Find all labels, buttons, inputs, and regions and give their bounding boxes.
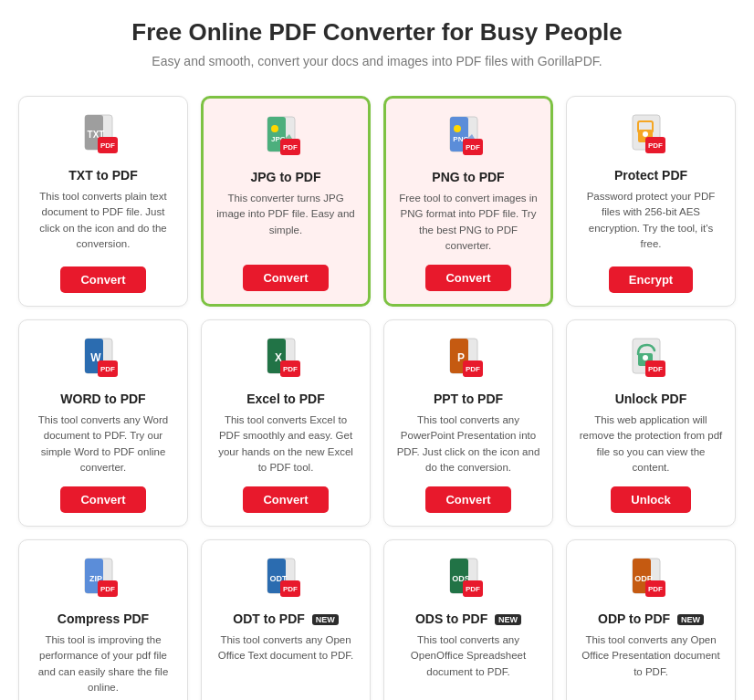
ods-to-pdf-badge: New [495, 614, 521, 625]
svg-point-42 [643, 355, 648, 360]
svg-point-14 [454, 125, 461, 132]
protect-pdf-title: Protect PDF [614, 168, 687, 183]
compress-pdf-title: Compress PDF [58, 611, 149, 626]
card-ods-to-pdf: ODS PDF ODS to PDF NewThis tool converts… [383, 539, 553, 700]
excel-to-pdf-icon: X PDF [264, 337, 308, 384]
card-ppt-to-pdf: P PDF PPT to PDFThis tool converts any P… [383, 319, 553, 527]
protect-pdf-desc: Password protect your PDF files with 256… [578, 189, 724, 256]
card-png-to-pdf: PNG PDF PNG to PDFFree tool to convert i… [383, 96, 553, 307]
txt-to-pdf-title: TXT to PDF [68, 168, 137, 183]
svg-text:PDF: PDF [466, 365, 480, 373]
svg-text:PDF: PDF [283, 585, 298, 593]
txt-to-pdf-icon: TXT PDF [81, 113, 125, 161]
svg-text:PDF: PDF [283, 143, 298, 151]
ppt-to-pdf-desc: This tool converts any PowerPoint Presen… [395, 413, 541, 475]
svg-point-22 [643, 131, 648, 137]
word-to-pdf-icon: W PDF [81, 337, 125, 384]
card-unlock-pdf: PDF Unlock PDFThis web application will … [566, 319, 736, 527]
png-to-pdf-button[interactable]: Convert [425, 265, 510, 291]
odp-to-pdf-title: ODP to PDF New [598, 611, 704, 626]
ppt-to-pdf-title: PPT to PDF [434, 392, 503, 406]
svg-text:PDF: PDF [648, 365, 663, 373]
svg-text:PDF: PDF [466, 143, 480, 151]
card-compress-pdf: ZIP PDF Compress PDFThis tool is improvi… [18, 539, 188, 700]
txt-to-pdf-button[interactable]: Convert [60, 266, 145, 293]
unlock-pdf-button[interactable]: Unlock [611, 486, 690, 513]
protect-pdf-icon: PDF [629, 113, 673, 161]
svg-point-7 [271, 125, 278, 132]
jpg-to-pdf-button[interactable]: Convert [243, 265, 328, 291]
odp-to-pdf-icon: ODP PDF [629, 557, 673, 604]
svg-text:PDF: PDF [100, 585, 115, 593]
odt-to-pdf-title: ODT to PDF New [233, 611, 338, 626]
odp-to-pdf-desc: This tool converts any Open Office Prese… [578, 632, 724, 695]
excel-to-pdf-desc: This tool converts Excel to PDF smoothly… [213, 413, 359, 475]
jpg-to-pdf-icon: JPG PDF [264, 115, 308, 162]
page-subtitle: Easy and smooth, convert your docs and i… [18, 54, 736, 68]
ods-to-pdf-title: ODS to PDF New [415, 611, 521, 626]
word-to-pdf-title: WORD to PDF [60, 392, 145, 406]
card-odp-to-pdf: ODP PDF ODP to PDF NewThis tool converts… [566, 539, 736, 700]
page-title: Free Online PDF Converter for Busy Peopl… [18, 18, 736, 47]
ppt-to-pdf-button[interactable]: Convert [425, 486, 510, 513]
ods-to-pdf-desc: This tool converts any OpenOffice Spread… [395, 632, 541, 695]
card-excel-to-pdf: X PDF Excel to PDFThis tool converts Exc… [201, 319, 371, 527]
compress-pdf-icon: ZIP PDF [81, 557, 125, 604]
jpg-to-pdf-desc: This converter turns JPG image into PDF … [215, 191, 357, 254]
jpg-to-pdf-title: JPG to PDF [250, 170, 320, 184]
excel-to-pdf-button[interactable]: Convert [243, 486, 328, 513]
page-header: Free Online PDF Converter for Busy Peopl… [18, 18, 736, 68]
odt-to-pdf-desc: This tool converts any Open Office Text … [213, 632, 359, 695]
svg-text:PDF: PDF [648, 585, 663, 593]
card-grid: TXT PDF TXT to PDFThis tool converts pla… [18, 96, 736, 700]
card-txt-to-pdf: TXT PDF TXT to PDFThis tool converts pla… [18, 96, 188, 307]
unlock-pdf-icon: PDF [629, 337, 673, 384]
unlock-pdf-desc: This web application will remove the pro… [578, 413, 724, 475]
png-to-pdf-title: PNG to PDF [432, 170, 504, 184]
odp-to-pdf-badge: New [677, 614, 704, 625]
odt-to-pdf-icon: ODT PDF [264, 557, 308, 604]
png-to-pdf-icon: PNG PDF [446, 115, 490, 162]
svg-text:PDF: PDF [648, 141, 663, 150]
compress-pdf-desc: This tool is improving the performance o… [30, 632, 176, 695]
ppt-to-pdf-icon: P PDF [446, 337, 490, 384]
protect-pdf-button[interactable]: Encrypt [609, 266, 693, 293]
word-to-pdf-desc: This tool converts any Word document to … [30, 413, 176, 475]
png-to-pdf-desc: Free tool to convert images in PNG forma… [397, 191, 539, 254]
card-protect-pdf: PDF Protect PDFPassword protect your PDF… [566, 96, 736, 307]
svg-text:PDF: PDF [283, 365, 298, 373]
excel-to-pdf-title: Excel to PDF [246, 392, 325, 406]
svg-text:PDF: PDF [100, 141, 115, 150]
card-word-to-pdf: W PDF WORD to PDFThis tool converts any … [18, 319, 188, 527]
txt-to-pdf-desc: This tool converts plain text document t… [30, 189, 176, 256]
unlock-pdf-title: Unlock PDF [615, 392, 687, 406]
word-to-pdf-button[interactable]: Convert [60, 486, 145, 513]
card-odt-to-pdf: ODT PDF ODT to PDF NewThis tool converts… [201, 539, 371, 700]
ods-to-pdf-icon: ODS PDF [446, 557, 490, 604]
card-jpg-to-pdf: JPG PDF JPG to PDFThis converter turns J… [201, 96, 371, 307]
svg-text:PDF: PDF [466, 585, 480, 593]
svg-text:PDF: PDF [100, 365, 115, 373]
odt-to-pdf-badge: New [312, 614, 339, 625]
